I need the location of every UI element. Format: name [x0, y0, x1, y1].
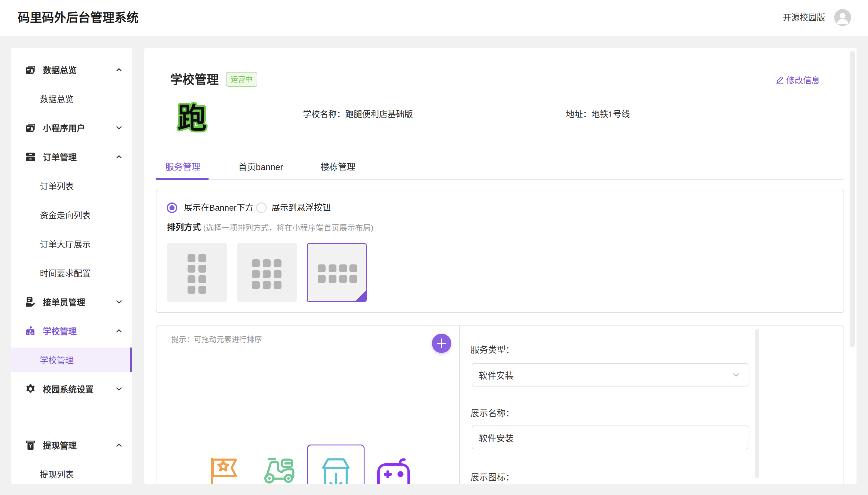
- svg-text:跑: 跑: [178, 102, 207, 134]
- svg-text:¥: ¥: [29, 443, 32, 448]
